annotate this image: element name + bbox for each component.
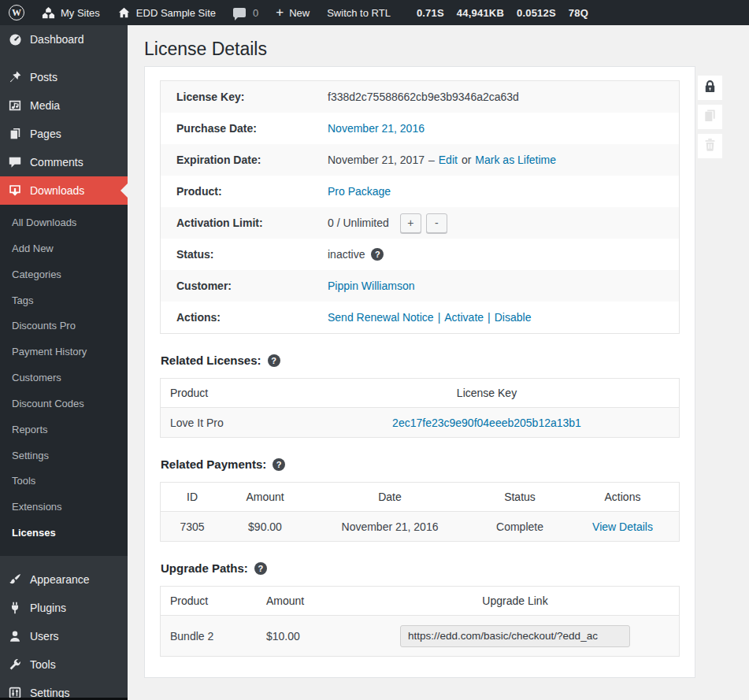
wordpress-logo-icon: W	[9, 5, 24, 20]
column-product: Product	[161, 387, 295, 399]
related-license-key-link[interactable]: 2ec17fe23c9e90f04eeeb205b12a13b1	[392, 417, 581, 429]
dashboard-icon	[7, 31, 23, 47]
submenu-tools[interactable]: Tools	[0, 469, 128, 494]
switch-to-rtl-label: Switch to RTL	[327, 7, 391, 19]
admin-sidebar: Dashboard Posts Media Pages	[0, 25, 128, 700]
help-icon[interactable]: ?	[268, 354, 280, 367]
sidebar-label: Downloads	[30, 183, 84, 198]
comment-icon	[233, 8, 246, 17]
sidebar-label: Users	[30, 629, 59, 643]
upgrade-product: Bundle 2	[161, 630, 257, 643]
users-icon	[7, 628, 23, 644]
row-product: Product: Pro Package	[161, 176, 679, 207]
view-details-link[interactable]: View Details	[592, 520, 653, 533]
copy-button[interactable]	[698, 105, 722, 129]
new-content-menu[interactable]: + New	[267, 0, 318, 25]
sidebar-label: Comments	[30, 155, 83, 169]
my-sites-label: My Sites	[61, 7, 100, 19]
help-icon[interactable]: ?	[273, 458, 285, 471]
actions-separator: |	[484, 311, 495, 324]
plus-icon: +	[276, 6, 284, 19]
decrease-limit-button[interactable]: -	[426, 213, 447, 233]
edit-expiration-link[interactable]: Edit	[439, 154, 458, 166]
stat-memory: 44,941KB	[457, 7, 504, 19]
admin-bar: W My Sites EDD Sample Site 0 + New Switc…	[0, 0, 749, 25]
purchase-date-link[interactable]: November 21, 2016	[328, 122, 425, 135]
sidebar-item-dashboard[interactable]: Dashboard	[0, 25, 128, 54]
upgrade-link-input[interactable]	[400, 625, 630, 647]
posts-pin-icon	[7, 69, 23, 85]
sidebar-item-settings[interactable]: Settings	[0, 679, 128, 700]
content-area: License Details License Key: f338d2c7558…	[128, 25, 749, 700]
table-row: Bundle 2 $10.00	[161, 616, 679, 656]
sidebar-item-tools[interactable]: Tools	[0, 650, 128, 679]
status-value: inactive	[328, 248, 365, 261]
sidebar-item-posts[interactable]: Posts	[0, 63, 128, 91]
submenu-discounts-pro[interactable]: Discounts Pro	[0, 313, 128, 339]
sidebar-label: Dashboard	[30, 32, 84, 46]
stat-query-time: 0.0512S	[517, 7, 556, 19]
delete-button[interactable]	[698, 134, 722, 158]
expiration-date-value: November 21, 2017	[328, 154, 425, 166]
submenu-discount-codes[interactable]: Discount Codes	[0, 391, 128, 417]
column-actions: Actions	[566, 491, 679, 503]
sidebar-label: Tools	[30, 657, 56, 672]
related-licenses-table: Product License Key Love It Pro 2ec17fe2…	[160, 378, 680, 438]
submenu-customers[interactable]: Customers	[0, 365, 128, 391]
row-customer: Customer: Pippin Williamson	[161, 270, 679, 302]
license-details-card: License Key: f338d2c75588662cb9e3b9346a2…	[144, 66, 695, 678]
my-sites-menu[interactable]: My Sites	[33, 0, 109, 25]
submenu-payment-history[interactable]: Payment History	[0, 339, 128, 365]
related-payments-heading-text: Related Payments:	[161, 457, 266, 471]
sidebar-item-media[interactable]: Media	[0, 91, 128, 120]
trash-icon	[703, 137, 717, 155]
submenu-reports[interactable]: Reports	[0, 417, 128, 443]
mark-as-lifetime-link[interactable]: Mark as Lifetime	[475, 154, 556, 166]
column-upgrade-link: Upgrade Link	[351, 594, 679, 607]
sidebar-item-comments[interactable]: Comments	[0, 148, 128, 176]
sidebar-item-pages[interactable]: Pages	[0, 120, 128, 148]
upgrade-paths-table: Product Amount Upgrade Link Bundle 2 $10…	[160, 586, 680, 657]
send-renewal-notice-link[interactable]: Send Renewal Notice	[328, 311, 434, 324]
comments-indicator[interactable]: 0	[224, 0, 267, 25]
help-icon[interactable]: ?	[371, 248, 384, 261]
stat-page-time: 0.71S	[417, 7, 444, 19]
copy-icon	[703, 108, 717, 126]
submenu-licenses[interactable]: Licenses	[0, 520, 128, 546]
switch-to-rtl-button[interactable]: Switch to RTL	[318, 0, 399, 25]
related-license-product: Love It Pro	[161, 417, 295, 429]
wp-logo-button[interactable]: W	[0, 0, 33, 25]
disable-link[interactable]: Disable	[495, 311, 532, 324]
increase-limit-button[interactable]: +	[400, 213, 421, 233]
media-icon	[7, 98, 23, 113]
comment-count: 0	[253, 7, 258, 19]
license-key-label: License Key:	[161, 91, 328, 103]
sidebar-item-plugins[interactable]: Plugins	[0, 594, 128, 622]
product-link[interactable]: Pro Package	[328, 185, 391, 198]
activate-link[interactable]: Activate	[444, 311, 484, 324]
submenu-add-new[interactable]: Add New	[0, 236, 128, 262]
sidebar-item-appearance[interactable]: Appearance	[0, 565, 128, 594]
submenu-tags[interactable]: Tags	[0, 288, 128, 314]
related-licenses-heading: Related Licenses: ?	[161, 354, 680, 367]
sidebar-label: Posts	[30, 70, 57, 84]
sidebar-separator	[0, 54, 128, 63]
row-status: Status: inactive ?	[161, 239, 679, 270]
customer-link[interactable]: Pippin Williamson	[328, 280, 414, 292]
upgrade-amount: $10.00	[257, 630, 351, 643]
submenu-categories[interactable]: Categories	[0, 262, 128, 288]
payment-amount: $90.00	[224, 520, 306, 533]
sidebar-item-users[interactable]: Users	[0, 622, 128, 650]
submenu-all-downloads[interactable]: All Downloads	[0, 210, 128, 236]
site-name-menu[interactable]: EDD Sample Site	[109, 0, 224, 25]
sidebar-item-downloads[interactable]: Downloads	[0, 176, 128, 205]
submenu-settings[interactable]: Settings	[0, 443, 128, 469]
submenu-extensions[interactable]: Extensions	[0, 494, 128, 520]
row-activation-limit: Activation Limit: 0 / Unlimited + -	[161, 207, 679, 239]
help-icon[interactable]: ?	[254, 562, 267, 575]
actions-label: Actions:	[161, 311, 328, 324]
sidebar-label: Media	[30, 98, 60, 113]
lock-button[interactable]	[698, 76, 722, 100]
sidebar-label: Pages	[30, 127, 61, 141]
actions-separator: |	[434, 311, 445, 324]
